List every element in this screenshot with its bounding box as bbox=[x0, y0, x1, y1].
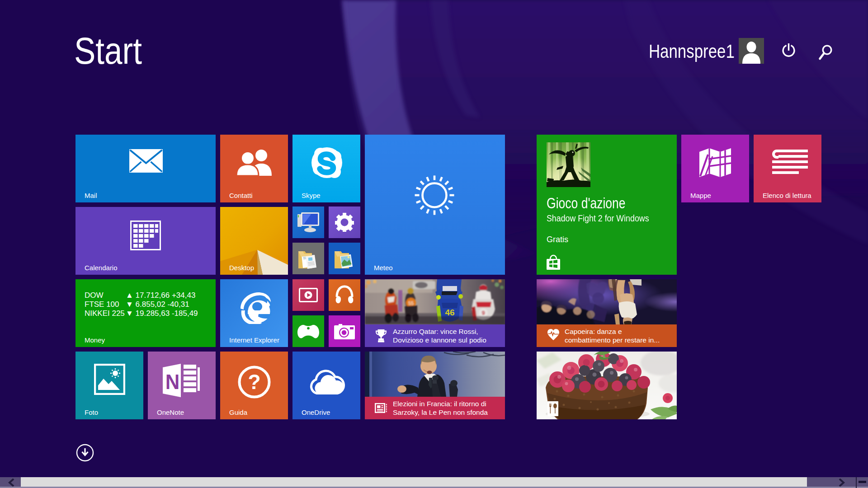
svg-text:46: 46 bbox=[445, 308, 454, 317]
svg-text:9: 9 bbox=[481, 310, 485, 316]
svg-text:55: 55 bbox=[408, 300, 414, 306]
svg-text:N: N bbox=[165, 370, 180, 394]
svg-text:?: ? bbox=[248, 370, 260, 394]
